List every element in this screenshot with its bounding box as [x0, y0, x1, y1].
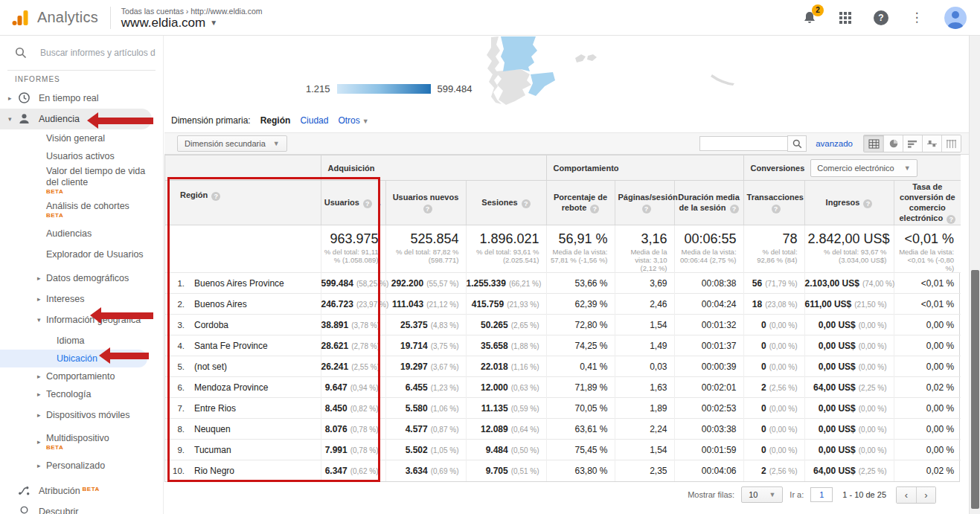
sidebar-item-tecnologia[interactable]: ▸Tecnología [0, 385, 163, 403]
goto-page-input[interactable] [810, 487, 833, 502]
region-cell[interactable]: 7.Entre Rios [165, 398, 321, 419]
help-tooltip-icon[interactable]: ? [363, 199, 372, 208]
column-header-sesiones[interactable]: Sesiones? [466, 181, 546, 225]
expand-icon[interactable]: ▸ [37, 373, 41, 380]
help-icon[interactable]: ? [873, 10, 889, 26]
dimension-tab-otros[interactable]: Otros▼ [338, 115, 368, 126]
apps-grid-icon[interactable] [837, 10, 854, 26]
help-tooltip-icon[interactable]: ? [522, 199, 531, 208]
column-header-porcentaje-de-rebote[interactable]: Porcentaje de rebote? [546, 181, 615, 225]
view-comparison-icon[interactable] [922, 135, 941, 152]
notifications-bell-icon[interactable]: 2 [801, 10, 818, 26]
region-name[interactable]: Neuquen [194, 424, 231, 434]
column-header-paginas-sesion[interactable]: Páginas/sesión? [615, 181, 674, 225]
region-cell[interactable]: 6.Mendoza Province [165, 377, 321, 398]
view-performance-icon[interactable] [903, 135, 922, 152]
sidebar-item-idioma[interactable]: Idioma [0, 332, 163, 350]
sidebar-item-vision-general[interactable]: Visión general [0, 129, 163, 147]
collapse-icon[interactable]: ▾ [8, 115, 12, 123]
help-tooltip-icon[interactable]: ? [423, 205, 432, 213]
region-name[interactable]: Tucuman [194, 445, 231, 455]
sidebar-item-audiencia[interactable]: ▾Audiencia [0, 109, 152, 129]
column-header-tasa-de-conversion-de-comercio-electronico[interactable]: Tasa de conversión de comercio electróni… [894, 181, 961, 225]
account-switcher[interactable]: Todas las cuentas › http://www.eldia.com… [121, 5, 263, 30]
dimension-tab-region[interactable]: Región [260, 115, 291, 126]
view-pivot-icon[interactable] [941, 135, 961, 152]
column-header-duracion-media-de-la-sesion[interactable]: Duración media de la sesión? [674, 181, 743, 225]
collapse-icon[interactable]: ▾ [37, 316, 41, 324]
region-name[interactable]: Rio Negro [194, 466, 234, 476]
sidebar-item-ubicacion[interactable]: Ubicación [0, 350, 147, 367]
table-row[interactable]: 9.Tucuman7.991(0,78 %)5.502(1,05 %)9.484… [165, 440, 961, 460]
expand-icon[interactable]: ▸ [8, 94, 12, 102]
sidebar-item-comportamiento[interactable]: ▸Comportamiento [0, 367, 163, 385]
advanced-search-link[interactable]: avanzado [816, 139, 853, 148]
view-table-icon[interactable] [864, 135, 883, 152]
avatar[interactable] [944, 7, 967, 29]
expand-icon[interactable]: ▸ [37, 391, 41, 398]
region-cell[interactable]: 3.Cordoba [165, 315, 321, 335]
region-name[interactable]: Santa Fe Province [194, 341, 268, 351]
sort-desc-icon[interactable]: ↓ [377, 196, 382, 208]
region-name[interactable]: Buenos Aires [194, 299, 247, 309]
sidebar-item-datos-demograficos[interactable]: ▸Datos demográficos [0, 266, 163, 290]
dimension-tab-ciudad[interactable]: Ciudad [300, 115, 328, 126]
secondary-dimension-button[interactable]: Dimensión secundaria ▼ [177, 135, 287, 152]
column-header-usuarios-nuevos[interactable]: Usuarios nuevos? [385, 181, 466, 225]
table-row[interactable]: 1.Buenos Aires Province599.484(58,25 %)2… [165, 273, 961, 294]
table-row[interactable]: 4.Santa Fe Province28.621(2,78 %)19.714(… [165, 335, 961, 356]
expand-icon[interactable]: ▸ [37, 411, 41, 419]
prev-page-button[interactable]: ‹ [897, 487, 916, 503]
help-tooltip-icon[interactable]: ? [642, 205, 651, 213]
table-row[interactable]: 7.Entre Rios8.450(0,82 %)5.580(1,06 %)11… [165, 398, 961, 419]
region-name[interactable]: Buenos Aires Province [194, 278, 284, 289]
sidebar-item-dispositivos-moviles[interactable]: ▸Dispositivos móviles [0, 403, 163, 427]
account-name[interactable]: www.eldia.com [121, 16, 205, 30]
sidebar-item-multidispositivo[interactable]: ▸MultidispositivoBETA [0, 427, 163, 457]
argentina-map[interactable] [476, 36, 759, 108]
region-name[interactable]: (not set) [194, 362, 227, 372]
help-tooltip-icon[interactable]: ? [772, 205, 781, 213]
table-search-input[interactable] [699, 136, 787, 151]
sidebar-item-descubrir[interactable]: Descubrir [0, 501, 163, 514]
sidebar-item-en-tiempo-real[interactable]: ▸En tiempo real [0, 88, 163, 109]
column-header-ingresos[interactable]: Ingresos? [804, 181, 894, 225]
help-tooltip-icon[interactable]: ? [730, 205, 739, 213]
region-cell[interactable]: 9.Tucuman [165, 440, 321, 460]
sidebar-item-atribucion[interactable]: AtribuciónBETA [0, 481, 163, 501]
help-tooltip-icon[interactable]: ? [947, 215, 955, 224]
column-header-transacciones[interactable]: Transacciones? [743, 181, 804, 225]
table-row[interactable]: 10.Rio Negro6.347(0,62 %)3.634(0,69 %)9.… [165, 460, 961, 481]
expand-icon[interactable]: ▸ [37, 274, 41, 282]
conversions-type-select[interactable]: Comercio electrónico▼ [810, 159, 917, 177]
sidebar-item-valor-del-tiempo-de-vida-del-cliente[interactable]: Valor del tiempo de vida del clienteBETA [0, 165, 163, 195]
table-row[interactable]: 2.Buenos Aires246.723(23,97 %)111.043(21… [165, 294, 961, 315]
region-cell[interactable]: 5.(not set) [165, 356, 321, 377]
scrollbar-thumb[interactable] [971, 270, 979, 509]
table-row[interactable]: 6.Mendoza Province9.647(0,94 %)6.455(1,2… [165, 377, 961, 398]
region-cell[interactable]: 8.Neuquen [165, 419, 321, 440]
table-row[interactable]: 5.(not set)26.241(2,55 %)19.297(3,67 %)2… [165, 356, 961, 377]
expand-icon[interactable]: ▸ [37, 438, 41, 446]
kebab-menu-icon[interactable]: ⋮ [909, 10, 925, 26]
sidebar-item-audiencias[interactable]: Audiencias [0, 225, 163, 242]
region-cell[interactable]: 10.Rio Negro [165, 460, 321, 481]
region-name[interactable]: Mendoza Province [194, 382, 268, 393]
expand-icon[interactable]: ▸ [37, 462, 41, 469]
sidebar-item-analisis-de-cohortes[interactable]: Análisis de cohortesBETA [0, 195, 163, 225]
help-tooltip-icon[interactable]: ? [211, 192, 220, 201]
help-tooltip-icon[interactable]: ? [590, 205, 599, 213]
column-header-region[interactable]: Región? [165, 181, 321, 225]
region-name[interactable]: Cordoba [194, 320, 228, 330]
vertical-scrollbar[interactable] [969, 36, 980, 514]
help-tooltip-icon[interactable]: ? [863, 199, 872, 208]
sidebar-item-usuarios-activos[interactable]: Usuarios activos [0, 147, 163, 165]
sidebar-item-personalizado[interactable]: ▸Personalizado [0, 457, 163, 475]
region-name[interactable]: Entre Rios [194, 403, 236, 414]
view-percentage-icon[interactable] [883, 135, 903, 152]
rows-per-page-select[interactable]: 10 ▼ [741, 486, 783, 503]
expand-icon[interactable]: ▸ [37, 295, 41, 303]
sidebar-item-explorador-de-usuarios[interactable]: Explorador de Usuarios [0, 242, 163, 266]
region-cell[interactable]: 2.Buenos Aires [165, 294, 321, 315]
sidebar-item-intereses[interactable]: ▸Intereses [0, 290, 163, 308]
